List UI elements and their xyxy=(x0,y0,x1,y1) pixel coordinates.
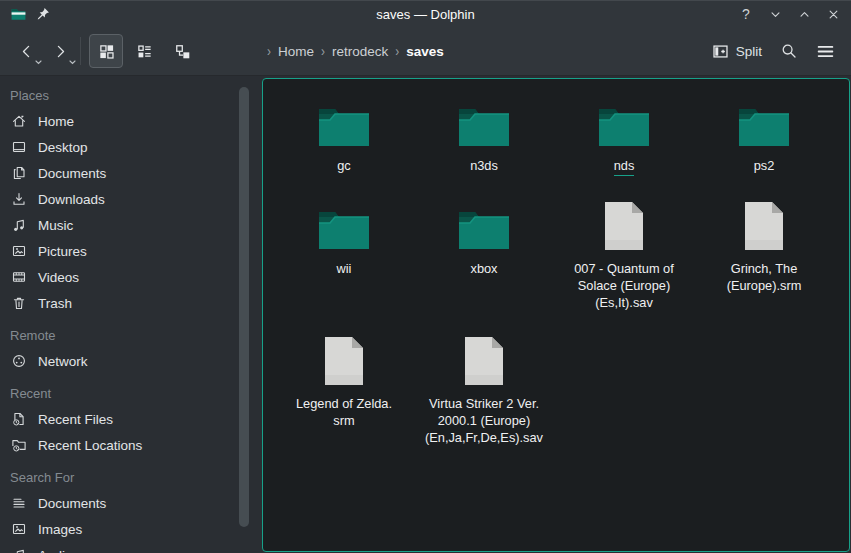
sidebar-item-label: Downloads xyxy=(38,192,105,207)
maximize-button[interactable] xyxy=(796,6,812,22)
item-label-line: gc xyxy=(337,157,351,174)
breadcrumb: › Home › retrodeck › saves xyxy=(199,44,712,59)
sidebar-item-label: Documents xyxy=(38,496,106,511)
sidebar-item-label: Documents xyxy=(38,166,106,181)
sidebar-section-remote: RemoteNetwork xyxy=(0,322,261,374)
search-button[interactable] xyxy=(780,42,798,60)
pictures-icon xyxy=(11,243,27,259)
sidebar-item-recent-files[interactable]: Recent Files xyxy=(0,406,261,432)
item-label: Grinch, The(Europe).srm xyxy=(727,260,802,294)
section-header: Recent xyxy=(0,380,261,406)
tree-view-button[interactable] xyxy=(165,34,199,68)
sidebar-item-videos[interactable]: Videos xyxy=(0,264,261,290)
sidebar-item-label: Images xyxy=(38,522,82,537)
sidebar-item-label: Desktop xyxy=(38,140,88,155)
sidebar-item-home[interactable]: Home xyxy=(0,108,261,134)
split-icon xyxy=(712,43,729,60)
sidebar-item-label: Trash xyxy=(38,296,72,311)
folder-item-nds[interactable]: nds xyxy=(554,97,694,176)
close-button[interactable] xyxy=(825,6,841,22)
item-label: wii xyxy=(337,260,352,277)
sidebar-item-audio[interactable]: Audio xyxy=(0,542,261,553)
item-label-line: wii xyxy=(337,260,352,277)
sidebar-scrollbar[interactable] xyxy=(239,87,249,527)
section-header: Places xyxy=(0,82,261,108)
item-icon xyxy=(596,97,652,149)
network-icon xyxy=(11,353,27,369)
file-grid: gcn3dsndsps2wiixbox007 - Quantum ofSolac… xyxy=(274,97,849,446)
breadcrumb-home[interactable]: Home xyxy=(278,44,314,59)
item-label-line: Solace (Europe) xyxy=(574,277,674,294)
icons-view-button[interactable] xyxy=(89,34,123,68)
folder-item-wii[interactable]: wii xyxy=(274,200,414,277)
file-item-virtua-striker-2-ver-2000-1-europe-en-ja-fr-de-es-sav[interactable]: Virtua Striker 2 Ver.2000.1 (Europe)(En,… xyxy=(414,335,554,446)
back-button[interactable] xyxy=(12,36,40,66)
item-label-line: n3ds xyxy=(470,157,498,174)
file-icon xyxy=(602,200,646,252)
sidebar-item-label: Recent Locations xyxy=(38,438,142,453)
breadcrumb-retrodeck[interactable]: retrodeck xyxy=(332,44,388,59)
sidebar-item-label: Music xyxy=(38,218,73,233)
hamburger-icon xyxy=(816,42,835,61)
item-label-line: Grinch, The xyxy=(727,260,802,277)
folder-item-ps2[interactable]: ps2 xyxy=(694,97,834,174)
item-icon xyxy=(736,97,792,149)
forward-button[interactable] xyxy=(46,36,74,66)
menu-button[interactable] xyxy=(816,42,835,61)
dolphin-window: saves — Dolphin ? › Home xyxy=(0,0,851,553)
item-label-line: 2000.1 (Europe) xyxy=(425,412,543,429)
minimize-button[interactable] xyxy=(767,6,783,22)
file-item-grinch-the-europe-srm[interactable]: Grinch, The(Europe).srm xyxy=(694,200,834,294)
sidebar-item-desktop[interactable]: Desktop xyxy=(0,134,261,160)
search-icon xyxy=(780,42,798,60)
folder-view[interactable]: gcn3dsndsps2wiixbox007 - Quantum ofSolac… xyxy=(262,78,850,552)
caret-down-icon xyxy=(35,60,42,65)
icons-view-icon xyxy=(98,43,115,60)
content-area: PlacesHomeDesktopDocumentsDownloadsMusic… xyxy=(0,76,851,553)
sidebar-item-label: Home xyxy=(38,114,74,129)
folder-icon xyxy=(316,204,372,252)
split-label: Split xyxy=(736,44,762,59)
split-button[interactable]: Split xyxy=(712,43,762,60)
sidebar-section-recent: RecentRecent FilesRecent Locations xyxy=(0,380,261,458)
chevron-left-icon xyxy=(18,43,35,60)
sidebar-item-pictures[interactable]: Pictures xyxy=(0,238,261,264)
sidebar-item-music[interactable]: Music xyxy=(0,212,261,238)
toolbar: › Home › retrodeck › saves Split xyxy=(0,27,851,76)
folder-item-gc[interactable]: gc xyxy=(274,97,414,174)
item-icon xyxy=(316,200,372,252)
file-item-legend-of-zelda-srm[interactable]: Legend of Zelda.srm xyxy=(274,335,414,429)
folder-item-n3ds[interactable]: n3ds xyxy=(414,97,554,174)
folder-icon xyxy=(736,101,792,149)
sidebar-item-documents[interactable]: Documents xyxy=(0,490,261,516)
sidebar-item-label: Audio xyxy=(38,548,73,553)
recent-locations-icon xyxy=(11,437,27,453)
caret-down-icon xyxy=(69,60,76,65)
sidebar-item-images[interactable]: Images xyxy=(0,516,261,542)
details-view-button[interactable] xyxy=(127,34,161,68)
breadcrumb-saves[interactable]: saves xyxy=(406,44,444,59)
file-item-007-quantum-of-solace-europe-es-it-sav[interactable]: 007 - Quantum ofSolace (Europe)(Es,It).s… xyxy=(554,200,694,311)
item-label: nds xyxy=(614,157,635,176)
folder-icon xyxy=(456,204,512,252)
file-icon xyxy=(742,200,786,252)
sidebar-item-network[interactable]: Network xyxy=(0,348,261,374)
sidebar-item-label: Videos xyxy=(38,270,79,285)
help-button[interactable]: ? xyxy=(738,6,754,22)
folder-item-xbox[interactable]: xbox xyxy=(414,200,554,277)
places-panel: PlacesHomeDesktopDocumentsDownloadsMusic… xyxy=(0,76,261,553)
pin-icon[interactable] xyxy=(36,7,50,21)
item-label-line: 007 - Quantum of xyxy=(574,260,674,277)
recent-files-icon xyxy=(11,411,27,427)
sidebar-item-documents[interactable]: Documents xyxy=(0,160,261,186)
item-icon xyxy=(456,97,512,149)
sidebar-item-trash[interactable]: Trash xyxy=(0,290,261,316)
sidebar-item-recent-locations[interactable]: Recent Locations xyxy=(0,432,261,458)
sidebar-item-downloads[interactable]: Downloads xyxy=(0,186,261,212)
sidebar-item-label: Network xyxy=(38,354,88,369)
close-icon xyxy=(826,7,841,22)
search-documents-icon xyxy=(11,495,27,511)
titlebar: saves — Dolphin ? xyxy=(0,1,851,27)
music-icon xyxy=(11,547,27,553)
folder-icon xyxy=(596,101,652,149)
